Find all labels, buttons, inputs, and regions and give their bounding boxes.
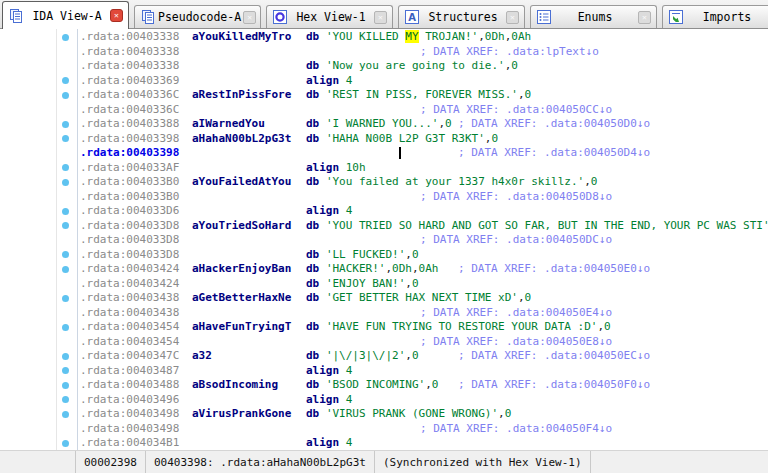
code-segment: db — [306, 407, 326, 420]
tab-close-icon[interactable]: ✕ — [638, 11, 651, 24]
disasm-row[interactable]: .rdata:004034B1align 4 — [0, 436, 768, 450]
address-label: .rdata:00403424 — [80, 277, 192, 292]
disasm-row[interactable]: .rdata:0040347Ca32db '|\/|3|\/|2',0; DAT… — [0, 349, 768, 364]
code-segment: 'YOU TRIED SO HARD AND GOT SO FAR, BUT I… — [326, 219, 768, 232]
code-segment: 0 — [525, 88, 532, 101]
code-segment: 'HACKER!' — [326, 262, 386, 275]
tab-imports[interactable]: Imports✕ — [662, 5, 768, 28]
disasm-row[interactable]: .rdata:00403369align 4 — [0, 74, 768, 89]
code-segment: 0 — [412, 349, 419, 362]
instruction-text: align 4 — [306, 74, 352, 87]
instruction-text: db 'YOU TRIED SO HARD AND GOT SO FAR, BU… — [306, 219, 768, 232]
disasm-row[interactable]: .rdata:0040336C; DATA XREF: .data:004050… — [0, 103, 768, 118]
tab-pseudocode-a[interactable]: Pseudocode-A✕ — [134, 5, 261, 28]
code-dot-icon — [62, 251, 69, 258]
tab-close-icon[interactable]: ✕ — [243, 11, 256, 24]
address-label: .rdata:00403398 — [80, 132, 192, 147]
code-segment: 'VIRUS PRANK (GONE WRONG)' — [326, 407, 498, 420]
address-label: .rdata:00403388 — [80, 117, 192, 132]
tab-close-icon[interactable]: ✕ — [374, 11, 387, 24]
code-dot-icon — [62, 121, 69, 128]
tab-hex-view-1[interactable]: Hex View-1✕ — [266, 5, 393, 28]
disasm-row[interactable]: .rdata:004033D8aYouTriedSoHarddb 'YOU TR… — [0, 219, 768, 234]
tab-label: Hex View-1 — [294, 10, 367, 24]
symbol-name: aGetBetterHaxNe — [192, 291, 306, 306]
code-segment: , — [518, 88, 525, 101]
address-label: .rdata:00403398 — [80, 146, 192, 161]
disasm-row[interactable]: .rdata:00403454aHaveFunTryingTdb 'HAVE F… — [0, 320, 768, 335]
tab-structures[interactable]: AStructures✕ — [398, 5, 525, 28]
xref-comment: ; DATA XREF: .data:004050E4↓o — [420, 306, 612, 321]
symbol-name: aYouFailedAtYou — [192, 175, 306, 190]
tab-close-icon[interactable]: ✕ — [506, 11, 519, 24]
disasm-row[interactable]: .rdata:00403488aBsodIncomingdb 'BSOD INC… — [0, 378, 768, 393]
code-segment: 'I WARNED YOU...' — [326, 117, 439, 130]
disasm-row[interactable]: .rdata:00403338; DATA XREF: .data:lpText… — [0, 45, 768, 60]
symbol-name: aHaveFunTryingT — [192, 320, 306, 335]
xref-comment: ; DATA XREF: .data:004050D8↓o — [420, 190, 612, 205]
enums-icon — [536, 9, 552, 25]
disasm-row[interactable]: .rdata:00403424aHackerEnjoyBandb 'HACKER… — [0, 262, 768, 277]
disasm-row[interactable]: .rdata:00403498; DATA XREF: .data:004050… — [0, 422, 768, 437]
tab-enums[interactable]: Enums✕ — [530, 5, 657, 28]
disasm-row[interactable]: .rdata:004033D8; DATA XREF: .data:004050… — [0, 233, 768, 248]
disasm-row[interactable]: .rdata:00403498aVirusPrankGonedb 'VIRUS … — [0, 407, 768, 422]
address-label: .rdata:00403454 — [80, 320, 192, 335]
tab-label: IDA View-A — [30, 9, 103, 23]
tab-close-icon[interactable]: ✕ — [110, 9, 123, 22]
code-segment: , — [405, 248, 412, 261]
disassembly-rows: .rdata:00403338aYouKilledMyTrodb 'YOU KI… — [0, 30, 768, 450]
disasm-row[interactable]: .rdata:00403424db 'ENJOY BAN!',0 — [0, 277, 768, 292]
disasm-row[interactable]: .rdata:004033B0; DATA XREF: .data:004050… — [0, 190, 768, 205]
status-spacer — [0, 451, 76, 473]
disasm-row[interactable]: .rdata:00403398; DATA XREF: .data:004050… — [0, 146, 768, 161]
code-segment: db — [306, 132, 326, 145]
disasm-row[interactable]: .rdata:004033AFalign 10h — [0, 161, 768, 176]
disasm-row[interactable]: .rdata:0040336CaRestInPissForedb 'REST I… — [0, 88, 768, 103]
code-segment: , — [478, 30, 485, 43]
code-dot-icon — [62, 135, 69, 142]
code-segment: 'GET BETTER HAX NEXT TIME xD' — [326, 291, 518, 304]
code-segment: 0 — [505, 407, 512, 420]
status-cell-3: (Synchronized with Hex View-1) — [375, 451, 591, 473]
instruction-text: db 'Now you are going to die.',0 — [306, 59, 518, 72]
status-cell-1: 00002398 — [76, 451, 146, 473]
code-segment: db — [306, 349, 326, 362]
code-segment: TROJAN!' — [419, 30, 479, 43]
svg-text:A: A — [408, 12, 416, 23]
code-dot-icon — [62, 295, 69, 302]
disasm-row[interactable]: .rdata:004033D6align 4 — [0, 204, 768, 219]
disasm-row[interactable]: .rdata:00403388aIWarnedYoudb 'I WARNED Y… — [0, 117, 768, 132]
code-segment: , — [405, 349, 412, 362]
address-label: .rdata:00403487 — [80, 364, 192, 379]
code-segment: db — [306, 175, 326, 188]
code-segment: 'LL FUCKED!' — [326, 248, 405, 261]
code-dot-icon — [62, 411, 69, 418]
disasm-row[interactable]: .rdata:00403438aGetBetterHaxNedb 'GET BE… — [0, 291, 768, 306]
xref-comment: ; DATA XREF: .data:004050CC↓o — [420, 103, 612, 118]
disasm-row[interactable]: .rdata:004033B0aYouFailedAtYoudb 'You fa… — [0, 175, 768, 190]
disasm-row[interactable]: .rdata:00403454; DATA XREF: .data:004050… — [0, 335, 768, 350]
code-segment: db — [306, 291, 326, 304]
disasm-row[interactable]: .rdata:00403338db 'Now you are going to … — [0, 59, 768, 74]
code-segment: 'HAHA N00B L2P G3T R3KT' — [326, 132, 485, 145]
code-dot-icon — [62, 164, 69, 171]
disasm-row[interactable]: .rdata:00403496align 4 — [0, 393, 768, 408]
disasm-row[interactable]: .rdata:00403338aYouKilledMyTrodb 'YOU KI… — [0, 30, 768, 45]
address-label: .rdata:0040336C — [80, 103, 192, 118]
disassembly-view[interactable]: .rdata:00403338aYouKilledMyTrodb 'YOU KI… — [0, 29, 768, 450]
tab-ida-view-a[interactable]: IDA View-A✕ — [2, 1, 129, 29]
address-label: .rdata:00403369 — [80, 74, 192, 89]
code-segment: align — [306, 74, 346, 87]
xref-comment: ; DATA XREF: .data:004050F0↓o — [458, 378, 650, 393]
disasm-row[interactable]: .rdata:00403398aHahaN00bL2pG3tdb 'HAHA N… — [0, 132, 768, 147]
code-segment: align — [306, 364, 346, 377]
instruction-text: db 'GET BETTER HAX NEXT TIME xD',0 — [306, 291, 531, 304]
ida-view-document-icon — [8, 8, 24, 24]
disasm-row[interactable]: .rdata:004033D8db 'LL FUCKED!',0 — [0, 248, 768, 263]
code-segment: 0 — [412, 248, 419, 261]
disasm-row[interactable]: .rdata:00403438; DATA XREF: .data:004050… — [0, 306, 768, 321]
code-segment: , — [584, 175, 591, 188]
code-segment: , — [498, 407, 505, 420]
disasm-row[interactable]: .rdata:00403487align 4 — [0, 364, 768, 379]
